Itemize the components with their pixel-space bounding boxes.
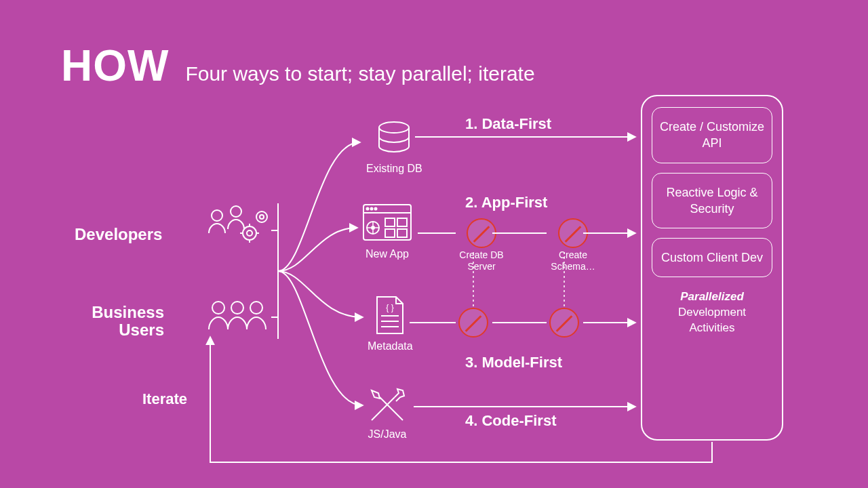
step-create-db-server-1: Create DB Server <box>458 218 505 272</box>
svg-point-11 <box>231 302 243 314</box>
svg-point-16 <box>367 208 369 210</box>
new-app-label: New App <box>366 248 409 260</box>
activities-panel: Create / Customize API Reactive Logic & … <box>641 95 783 441</box>
database-icon <box>374 121 414 159</box>
activity-client-box: Custom Client Dev <box>652 238 772 277</box>
existing-db-icon-group: Existing DB <box>366 121 422 175</box>
activity-logic-box: Reactive Logic & Security <box>652 173 772 229</box>
step-label: Create Schema… <box>549 249 597 272</box>
title-row: HOW Four ways to start; stay parallel; i… <box>61 41 535 91</box>
activity-api-box: Create / Customize API <box>652 107 772 163</box>
svg-rect-20 <box>397 218 407 226</box>
js-java-label: JS/Java <box>368 428 407 441</box>
svg-rect-21 <box>385 229 395 237</box>
approach-code-first: 4. Code-First <box>465 412 556 430</box>
subtitle: Four ways to start; stay parallel; itera… <box>185 62 534 85</box>
svg-rect-19 <box>385 218 395 226</box>
activities-caption: Parallelized Development Activities <box>652 289 772 336</box>
approach-data-first: 1. Data-First <box>465 115 551 133</box>
step-label: Create DB Server <box>458 249 505 272</box>
svg-point-3 <box>247 230 252 236</box>
prohibit-icon <box>549 308 579 338</box>
svg-point-2 <box>243 226 256 240</box>
step-create-db-server-2 <box>458 308 488 339</box>
svg-point-0 <box>212 210 222 221</box>
approach-model-first: 3. Model-First <box>465 354 562 371</box>
document-icon: { } <box>373 296 407 336</box>
approach-app-first: 2. App-First <box>465 194 547 211</box>
role-developers: Developers <box>75 225 162 244</box>
existing-db-label: Existing DB <box>366 163 422 175</box>
svg-point-1 <box>231 206 241 217</box>
svg-point-8 <box>256 211 267 222</box>
metadata-label: Metadata <box>368 340 413 352</box>
svg-point-17 <box>371 208 373 210</box>
svg-point-12 <box>250 302 262 314</box>
prohibit-icon <box>458 308 488 338</box>
svg-rect-22 <box>397 229 407 237</box>
tools-icon <box>368 385 407 424</box>
developers-icon <box>203 203 269 251</box>
metadata-icon-group: { } Metadata <box>368 296 413 352</box>
svg-text:{ }: { } <box>387 303 394 312</box>
iterate-label: Iterate <box>142 390 187 408</box>
step-create-schema-1: Create Schema… <box>549 218 597 272</box>
svg-point-13 <box>379 122 409 133</box>
prohibit-icon <box>558 218 588 248</box>
svg-point-24 <box>372 226 374 229</box>
js-java-icon-group: JS/Java <box>368 385 407 441</box>
svg-point-18 <box>375 208 377 210</box>
svg-point-10 <box>212 302 224 314</box>
prohibit-icon <box>467 218 496 248</box>
step-create-schema-2 <box>549 308 579 339</box>
business-users-icon <box>203 297 271 335</box>
app-window-icon <box>362 203 412 244</box>
new-app-icon-group: New App <box>362 203 412 260</box>
title-how: HOW <box>61 41 169 91</box>
svg-point-9 <box>260 215 264 219</box>
role-business-users: Business Users <box>76 304 164 340</box>
